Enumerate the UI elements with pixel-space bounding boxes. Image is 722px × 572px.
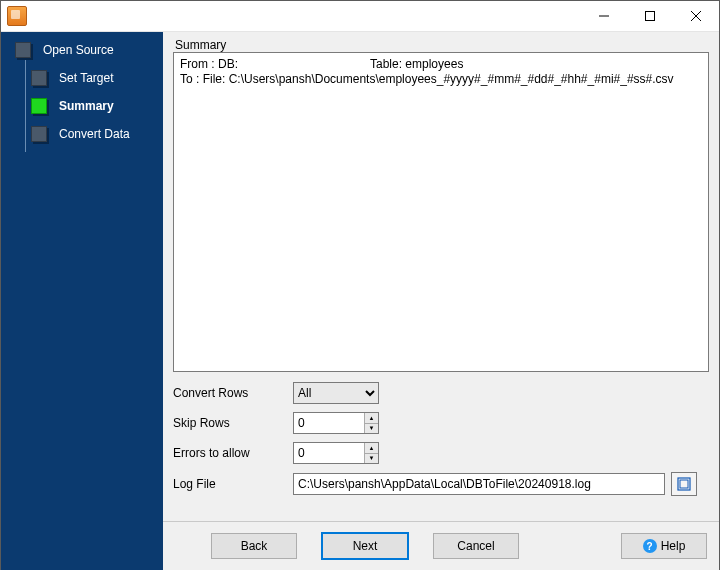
sidebar-item-label: Open Source [43, 43, 114, 57]
sidebar: Open Source Set Target Summary Convert D… [1, 32, 163, 570]
main-panel: Summary From : DB:Table: employees To : … [163, 32, 719, 570]
window-controls [581, 1, 719, 31]
skip-rows-input[interactable] [294, 413, 364, 433]
help-label: Help [661, 539, 686, 553]
errors-down-icon[interactable]: ▼ [365, 454, 378, 464]
app-icon [7, 6, 27, 26]
summary-group: Summary From : DB:Table: employees To : … [173, 38, 709, 372]
app-window: Open Source Set Target Summary Convert D… [0, 0, 720, 570]
titlebar-left [1, 6, 27, 26]
convert-rows-select[interactable]: All [293, 382, 379, 404]
skip-rows-spinner: ▲ ▼ [293, 412, 379, 434]
summary-from-table: Table: employees [370, 57, 463, 71]
cancel-button[interactable]: Cancel [433, 533, 519, 559]
button-bar: Back Next Cancel ? Help [163, 521, 719, 570]
svg-rect-5 [680, 480, 688, 488]
label-errors-allow: Errors to allow [173, 446, 293, 460]
errors-allow-input[interactable] [294, 443, 364, 463]
help-icon: ? [643, 539, 657, 553]
skip-rows-up-icon[interactable]: ▲ [365, 413, 378, 424]
minimize-button[interactable] [581, 1, 627, 31]
next-label: Next [353, 539, 378, 553]
step-icon [31, 126, 47, 142]
log-file-input[interactable] [293, 473, 665, 495]
folder-icon [677, 477, 691, 491]
back-button[interactable]: Back [211, 533, 297, 559]
row-convert-rows: Convert Rows All [173, 382, 709, 404]
next-button[interactable]: Next [321, 532, 409, 560]
label-log-file: Log File [173, 477, 293, 491]
label-skip-rows: Skip Rows [173, 416, 293, 430]
svg-rect-1 [646, 12, 655, 21]
label-convert-rows: Convert Rows [173, 386, 293, 400]
step-icon [31, 98, 47, 114]
browse-log-button[interactable] [671, 472, 697, 496]
row-errors-allow: Errors to allow ▲ ▼ [173, 442, 709, 464]
help-button[interactable]: ? Help [621, 533, 707, 559]
close-button[interactable] [673, 1, 719, 31]
step-icon [15, 42, 31, 58]
sidebar-item-label: Set Target [59, 71, 113, 85]
skip-rows-down-icon[interactable]: ▼ [365, 424, 378, 434]
errors-allow-spinner: ▲ ▼ [293, 442, 379, 464]
row-skip-rows: Skip Rows ▲ ▼ [173, 412, 709, 434]
body: Open Source Set Target Summary Convert D… [1, 32, 719, 570]
options-form: Convert Rows All Skip Rows ▲ ▼ [173, 382, 709, 504]
row-log-file: Log File [173, 472, 709, 496]
sidebar-item-label: Summary [59, 99, 114, 113]
errors-up-icon[interactable]: ▲ [365, 443, 378, 454]
maximize-button[interactable] [627, 1, 673, 31]
summary-from-text: From : DB: [180, 57, 370, 72]
sidebar-tree-line [25, 44, 26, 152]
summary-to-text: To : File: C:\Users\pansh\Documents\empl… [180, 72, 674, 86]
sidebar-item-label: Convert Data [59, 127, 130, 141]
back-label: Back [241, 539, 268, 553]
step-icon [31, 70, 47, 86]
summary-heading: Summary [173, 38, 709, 52]
cancel-label: Cancel [457, 539, 494, 553]
titlebar [1, 1, 719, 32]
summary-text-area[interactable]: From : DB:Table: employees To : File: C:… [173, 52, 709, 372]
